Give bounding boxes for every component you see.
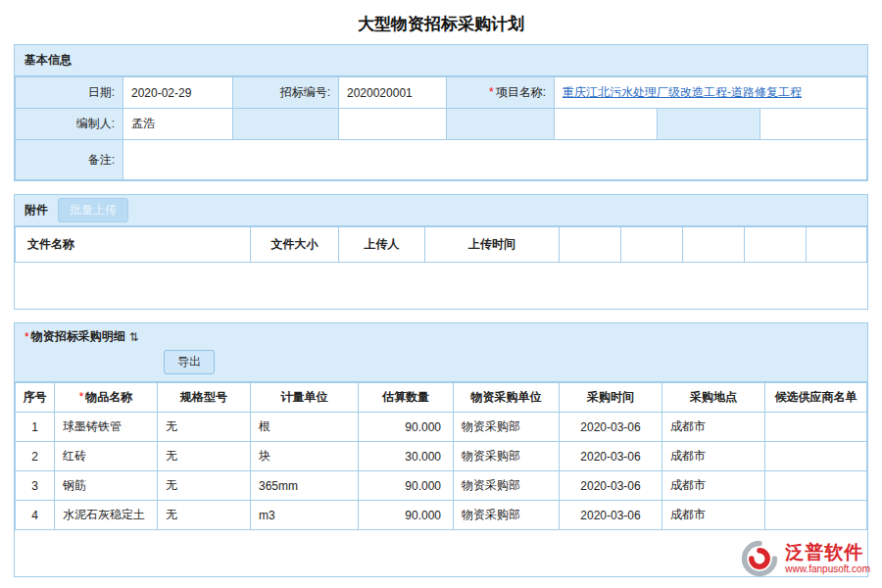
cell-unit: 365mm bbox=[251, 471, 359, 501]
col-purchase-date: 采购时间 bbox=[560, 383, 662, 413]
col-unit: 计量单位 bbox=[251, 383, 359, 413]
bid-no-label: 招标编号: bbox=[233, 77, 339, 109]
table-row: 3 钢筋 无 365mm 90.000 物资采购部 2020-03-06 成都市 bbox=[16, 471, 867, 501]
attach-col-empty bbox=[621, 227, 683, 263]
required-asterisk: * bbox=[489, 85, 494, 99]
project-name-label-text: 项目名称: bbox=[496, 85, 546, 99]
compiler-value: 孟浩 bbox=[123, 109, 233, 140]
section-attachments: 附件 批量上传 文件名称 文件大小 上传人 上传时间 bbox=[14, 194, 868, 310]
attach-col-empty bbox=[745, 227, 807, 263]
attachments-title: 附件 bbox=[24, 202, 48, 219]
required-asterisk: * bbox=[24, 330, 29, 344]
cell-seq: 1 bbox=[16, 413, 55, 442]
col-purchase-place: 采购地点 bbox=[662, 383, 765, 413]
cell-date: 2020-03-06 bbox=[560, 471, 662, 501]
cell-seq: 2 bbox=[16, 442, 55, 471]
date-value: 2020-02-29 bbox=[123, 77, 233, 109]
basic-info-title: 基本信息 bbox=[24, 52, 72, 69]
attach-col-empty bbox=[807, 227, 867, 263]
cell-dept: 物资采购部 bbox=[454, 442, 560, 471]
cell-suppliers bbox=[765, 413, 867, 442]
cell-dept: 物资采购部 bbox=[454, 413, 560, 442]
section-basic-info: 基本信息 日期: 2020-02-29 招标编号: 2020020001 *项目… bbox=[14, 44, 868, 181]
cell-unit: 根 bbox=[251, 413, 359, 442]
remark-value bbox=[123, 140, 867, 180]
empty-value-cell bbox=[555, 109, 658, 140]
export-button[interactable]: 导出 bbox=[164, 350, 215, 374]
empty-label-cell bbox=[658, 109, 760, 140]
empty-label-cell bbox=[233, 109, 339, 140]
cell-qty: 90.000 bbox=[359, 501, 454, 530]
sort-icon[interactable]: ⇅ bbox=[129, 330, 139, 344]
cell-dept: 物资采购部 bbox=[454, 471, 560, 501]
cell-item-name: 红砖 bbox=[55, 442, 158, 471]
table-row: 2 红砖 无 块 30.000 物资采购部 2020-03-06 成都市 bbox=[16, 442, 867, 471]
col-candidate-suppliers: 候选供应商名单 bbox=[765, 383, 867, 413]
cell-suppliers bbox=[765, 501, 867, 530]
col-purchase-dept: 物资采购单位 bbox=[454, 383, 560, 413]
cell-qty: 30.000 bbox=[359, 442, 454, 471]
table-row: 4 水泥石灰稳定土 无 m3 90.000 物资采购部 2020-03-06 成… bbox=[16, 501, 867, 530]
attach-col-uploader: 上传人 bbox=[339, 227, 425, 263]
details-header: * 物资招标采购明细 ⇅ 导出 bbox=[15, 323, 867, 382]
basic-info-header: 基本信息 bbox=[15, 45, 867, 76]
compiler-label: 编制人: bbox=[16, 109, 123, 140]
project-name-label: *项目名称: bbox=[447, 77, 555, 109]
cell-suppliers bbox=[765, 442, 867, 471]
attachments-header: 附件 批量上传 bbox=[15, 195, 867, 226]
attach-col-empty bbox=[683, 227, 745, 263]
attach-col-file-name: 文件名称 bbox=[16, 227, 251, 263]
cell-place: 成都市 bbox=[662, 442, 765, 471]
details-header-row: 序号 *物品名称 规格型号 计量单位 估算数量 物资采购单位 采购时间 采购地点… bbox=[16, 383, 867, 413]
details-table: 序号 *物品名称 规格型号 计量单位 估算数量 物资采购单位 采购时间 采购地点… bbox=[15, 382, 867, 530]
cell-unit: m3 bbox=[251, 501, 359, 530]
empty-label-cell bbox=[447, 109, 555, 140]
bid-no-value: 2020020001 bbox=[339, 77, 447, 109]
attachments-table: 文件名称 文件大小 上传人 上传时间 bbox=[15, 226, 867, 263]
attachments-empty-area bbox=[15, 263, 867, 309]
col-seq: 序号 bbox=[16, 383, 55, 413]
cell-spec: 无 bbox=[158, 501, 251, 530]
attach-col-empty bbox=[560, 227, 621, 263]
brand-watermark: 泛普软件 www.fanpusoft.com bbox=[740, 539, 870, 578]
cell-dept: 物资采购部 bbox=[454, 501, 560, 530]
cell-seq: 4 bbox=[16, 501, 55, 530]
page-title: 大型物资招标采购计划 bbox=[0, 0, 882, 44]
col-estimated-qty: 估算数量 bbox=[359, 383, 454, 413]
cell-place: 成都市 bbox=[662, 501, 765, 530]
brand-name: 泛普软件 bbox=[785, 543, 870, 564]
batch-upload-button[interactable]: 批量上传 bbox=[58, 198, 128, 222]
required-asterisk: * bbox=[79, 390, 84, 404]
col-spec-model: 规格型号 bbox=[158, 383, 251, 413]
cell-spec: 无 bbox=[158, 471, 251, 501]
brand-url: www.fanpusoft.com bbox=[785, 564, 870, 574]
cell-date: 2020-03-06 bbox=[560, 442, 662, 471]
cell-item-name: 球墨铸铁管 bbox=[55, 413, 158, 442]
cell-spec: 无 bbox=[158, 442, 251, 471]
cell-seq: 3 bbox=[16, 471, 55, 501]
cell-place: 成都市 bbox=[662, 413, 765, 442]
cell-suppliers bbox=[765, 471, 867, 501]
attach-col-upload-time: 上传时间 bbox=[425, 227, 560, 263]
date-label: 日期: bbox=[16, 77, 123, 109]
col-item-name: *物品名称 bbox=[55, 383, 158, 413]
details-title: 物资招标采购明细 bbox=[31, 328, 125, 345]
brand-logo-icon bbox=[740, 539, 779, 578]
cell-date: 2020-03-06 bbox=[560, 413, 662, 442]
cell-unit: 块 bbox=[251, 442, 359, 471]
cell-place: 成都市 bbox=[662, 471, 765, 501]
brand-text: 泛普软件 www.fanpusoft.com bbox=[785, 543, 870, 575]
cell-date: 2020-03-06 bbox=[560, 501, 662, 530]
attach-col-file-size: 文件大小 bbox=[251, 227, 339, 263]
empty-value-cell bbox=[339, 109, 447, 140]
empty-value-cell bbox=[760, 109, 867, 140]
cell-qty: 90.000 bbox=[359, 413, 454, 442]
cell-spec: 无 bbox=[158, 413, 251, 442]
project-name-cell: 重庆江北污水处理厂级改造工程-道路修复工程 bbox=[555, 77, 867, 109]
cell-qty: 90.000 bbox=[359, 471, 454, 501]
table-row: 1 球墨铸铁管 无 根 90.000 物资采购部 2020-03-06 成都市 bbox=[16, 413, 867, 442]
cell-item-name: 水泥石灰稳定土 bbox=[55, 501, 158, 530]
cell-item-name: 钢筋 bbox=[55, 471, 158, 501]
col-item-name-text: 物品名称 bbox=[85, 390, 132, 404]
project-name-link[interactable]: 重庆江北污水处理厂级改造工程-道路修复工程 bbox=[563, 85, 802, 99]
